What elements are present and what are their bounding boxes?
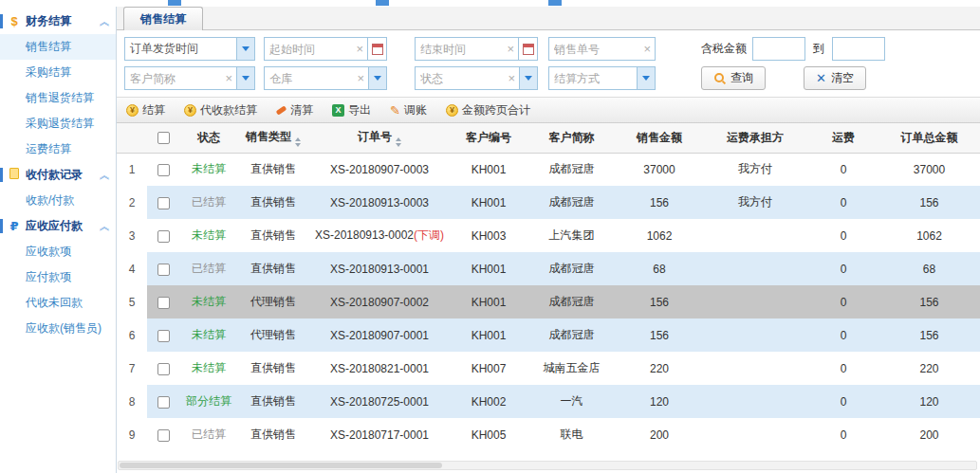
settle-method-field[interactable] — [549, 72, 637, 85]
end-time-input[interactable]: × — [415, 37, 538, 61]
chevron-down-icon[interactable] — [637, 67, 655, 89]
tax-amount-to-input[interactable] — [832, 37, 885, 61]
select-all-checkbox[interactable] — [157, 132, 170, 144]
table-row[interactable]: 8部分结算直供销售XS-20180725-0001KH002一汽1200120 — [117, 385, 980, 418]
clear-x-icon[interactable]: × — [352, 42, 367, 56]
toolbar-button[interactable]: X导出 — [332, 102, 371, 118]
toolbar-button[interactable]: ¥结算 — [126, 102, 165, 118]
tax-amount-from-input[interactable] — [752, 37, 805, 61]
column-header[interactable]: 销售类型 — [238, 123, 308, 153]
group-accent-bar — [0, 168, 3, 182]
toolbar-button[interactable]: ¥代收款结算 — [184, 102, 257, 118]
row-checkbox[interactable] — [157, 230, 170, 243]
table-row[interactable]: 7未结算直供销售XS-20180821-0001KH007城南五金店220022… — [117, 352, 980, 385]
column-header[interactable]: 销售金额 — [617, 123, 702, 153]
collapse-chevron-icon[interactable]: 《 — [97, 221, 111, 231]
ship-time-select-value: 订单发货时间 — [125, 41, 236, 57]
settle-method-combo[interactable] — [548, 66, 656, 90]
filter-row-1: 订单发货时间 × × × — [124, 37, 980, 61]
customer-field[interactable] — [125, 72, 221, 85]
start-time-input[interactable]: × — [264, 37, 387, 61]
calendar-icon[interactable] — [367, 38, 386, 60]
clear-x-icon[interactable]: × — [504, 71, 519, 85]
toolbar-button[interactable]: 清算 — [276, 102, 313, 118]
toolbar-button[interactable]: ✎调账 — [390, 102, 427, 118]
table-row[interactable]: 9已结算直供销售XS-20180717-0001KH005联电2000200 — [117, 418, 980, 451]
scrollbar-thumb[interactable] — [120, 463, 442, 468]
table-row[interactable]: 1未结算直供销售XS-20180907-0003KH001成都冠唐37000我方… — [117, 153, 980, 186]
warehouse-combo[interactable]: × — [264, 66, 387, 90]
column-header[interactable]: 订单总金额 — [878, 123, 980, 153]
sidebar-item[interactable]: 代收未回款 — [0, 290, 116, 316]
sidebar-group-header[interactable]: $财务结算《 — [0, 9, 116, 34]
sales-amount-cell: 156 — [617, 318, 702, 352]
tax-amount-to-field[interactable] — [833, 43, 884, 56]
row-checkbox[interactable] — [157, 197, 170, 209]
row-checkbox[interactable] — [157, 330, 170, 342]
row-checkbox[interactable] — [157, 429, 170, 442]
warehouse-field[interactable] — [265, 72, 353, 85]
sidebar-item[interactable]: 运费结算 — [0, 136, 116, 162]
ship-time-select[interactable]: 订单发货时间 — [124, 37, 255, 61]
table-row[interactable]: 2已结算直供销售XS-20180913-0003KH001成都冠唐156我方付0… — [117, 186, 980, 219]
sidebar-group-header[interactable]: 收付款记录《 — [0, 162, 116, 188]
collapse-chevron-icon[interactable]: 《 — [97, 16, 111, 27]
table-row[interactable]: 4已结算直供销售XS-20180913-0001KH001成都冠唐68068 — [117, 252, 980, 285]
row-checkbox[interactable] — [157, 363, 170, 375]
checkbox-cell — [147, 153, 179, 186]
column-header[interactable]: 客户简称 — [527, 123, 617, 153]
tax-amount-from-field[interactable] — [753, 43, 804, 56]
toolbar-button[interactable]: ¥金额跨页合计 — [446, 102, 530, 118]
customer-combo[interactable]: × — [124, 66, 255, 90]
status-label: 已结算 — [192, 428, 226, 441]
column-header[interactable]: 运费 — [808, 123, 878, 153]
sort-icon[interactable] — [396, 137, 401, 147]
clear-x-icon[interactable]: × — [221, 71, 236, 85]
query-button[interactable]: 查询 — [701, 66, 766, 90]
customer-name-cell: 成都冠唐 — [527, 252, 617, 285]
clear-x-icon[interactable]: × — [639, 42, 655, 56]
chevron-down-icon[interactable] — [236, 67, 254, 89]
end-time-field[interactable] — [416, 43, 503, 56]
horizontal-scrollbar[interactable] — [118, 461, 977, 470]
calendar-icon[interactable] — [518, 38, 537, 60]
column-header[interactable]: 订单号 — [308, 123, 451, 153]
row-checkbox[interactable] — [157, 264, 170, 276]
start-time-field[interactable] — [265, 43, 352, 56]
chevron-down-icon[interactable] — [368, 67, 386, 89]
clear-x-icon[interactable]: × — [503, 42, 518, 56]
column-header[interactable]: 客户编号 — [451, 123, 527, 153]
sales-no-field[interactable] — [549, 43, 639, 56]
column-header[interactable]: 状态 — [179, 123, 238, 153]
table-row[interactable]: 3未结算直供销售XS-20180913-0002(下调)KH003上汽集团106… — [117, 219, 980, 252]
row-checkbox[interactable] — [157, 396, 170, 409]
toolbar-button-label: 结算 — [142, 102, 165, 118]
table-row[interactable]: 5未结算代理销售XS-20180907-0002KH001成都冠唐1560156 — [117, 285, 980, 318]
table-row[interactable]: 6未结算代理销售XS-20180907-0001KH001成都冠唐1560156 — [117, 318, 980, 352]
sales-no-input[interactable]: × — [548, 37, 656, 61]
tab-sales-settlement[interactable]: 销售结算 — [123, 7, 203, 30]
sidebar-item[interactable]: 应收款(销售员) — [0, 316, 116, 341]
status-field[interactable] — [416, 72, 504, 85]
clear-button[interactable]: ✕ 清空 — [804, 66, 866, 90]
status-combo[interactable]: × — [415, 66, 538, 90]
chevron-down-icon[interactable] — [236, 38, 254, 60]
calendar-shape — [372, 44, 383, 55]
collapse-chevron-icon[interactable]: 《 — [97, 170, 111, 180]
sales-type-cell: 代理销售 — [238, 285, 308, 318]
sidebar-item[interactable]: 采购结算 — [0, 60, 116, 85]
sidebar-group-header[interactable]: ₽应收应付款《 — [0, 213, 116, 239]
sidebar-item[interactable]: 销售结算 — [0, 34, 116, 60]
sidebar-item[interactable]: 应收款项 — [0, 239, 116, 264]
sidebar-item[interactable]: 采购退货结算 — [0, 111, 116, 136]
chevron-down-icon[interactable] — [519, 67, 537, 89]
sidebar-item[interactable]: 应付款项 — [0, 264, 116, 290]
order-number: XS-20180913-0002 — [315, 228, 414, 242]
clear-x-icon[interactable]: × — [353, 71, 368, 85]
sort-icon[interactable] — [295, 137, 301, 147]
sidebar-item[interactable]: 收款/付款 — [0, 188, 116, 213]
row-checkbox[interactable] — [157, 297, 170, 309]
sidebar-item[interactable]: 销售退货结算 — [0, 85, 116, 111]
row-checkbox[interactable] — [157, 164, 170, 176]
column-header[interactable]: 运费承担方 — [702, 123, 808, 153]
